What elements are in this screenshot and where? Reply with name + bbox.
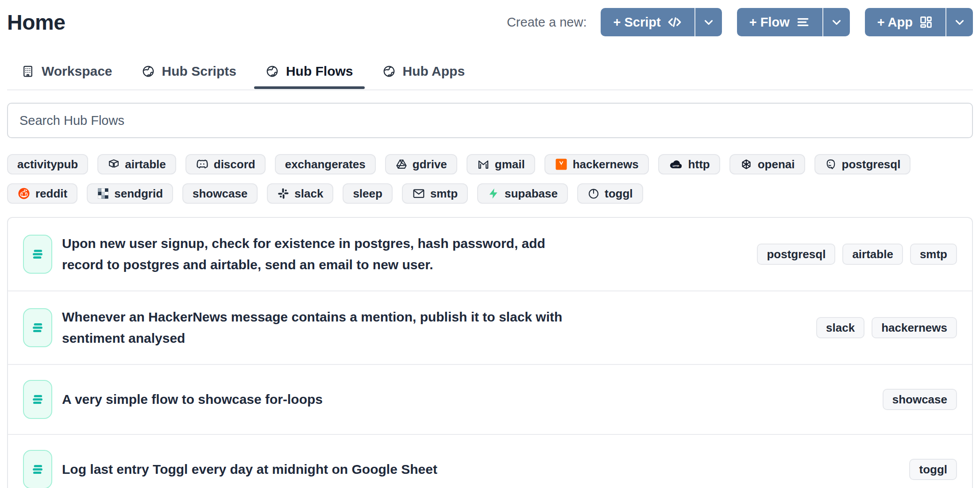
- tab-bar: Workspace Hub Scripts Hub Flows Hub Apps: [7, 64, 973, 90]
- filter-chip-label: http: [688, 158, 710, 171]
- airtable-icon: [108, 158, 120, 170]
- tab-hub-scripts[interactable]: Hub Scripts: [142, 64, 236, 89]
- postgresql-icon: [825, 158, 837, 171]
- chevron-down-icon[interactable]: [694, 8, 722, 36]
- filter-chip-sleep[interactable]: sleep: [343, 183, 393, 204]
- filter-chip-label: showcase: [193, 187, 247, 201]
- flow-tag-badge: toggl: [909, 459, 957, 480]
- create-app-button[interactable]: + App: [865, 8, 973, 36]
- gmail-icon: [477, 158, 490, 171]
- filter-chip-label: openai: [758, 158, 795, 171]
- filter-chip-showcase[interactable]: showcase: [182, 183, 258, 204]
- filter-chip-airtable[interactable]: airtable: [97, 154, 176, 174]
- create-button-label: + Flow: [749, 15, 790, 30]
- filter-chip-label: exchangerates: [285, 158, 366, 171]
- create-button-label: + Script: [613, 15, 660, 30]
- create-new-label: Create a new:: [507, 15, 587, 30]
- flow-list-item[interactable]: Whenever an HackerNews message contains …: [8, 290, 972, 364]
- hub-flows-list: Upon new user signup, check for existenc…: [7, 217, 973, 488]
- tab-label: Hub Apps: [403, 64, 465, 79]
- flow-title: Whenever an HackerNews message contains …: [62, 306, 571, 349]
- filter-chip-activitypub[interactable]: activitypub: [7, 154, 88, 174]
- flow-tags: toggl: [909, 459, 957, 480]
- envelope-icon: [412, 187, 425, 200]
- page-title: Home: [7, 10, 65, 35]
- page-header: Home Create a new: + Script + Flow + App: [7, 7, 973, 37]
- filter-chip-label: gdrive: [413, 158, 447, 171]
- filter-chip-label: smtp: [430, 187, 458, 201]
- filter-chip-label: postgresql: [842, 158, 901, 171]
- filter-chip-label: discord: [214, 158, 255, 171]
- filter-chip-discord[interactable]: discord: [185, 154, 266, 174]
- flow-tags: postgresqlairtablesmtp: [757, 244, 957, 265]
- filter-chip-label: airtable: [125, 158, 166, 171]
- search-input[interactable]: [7, 103, 973, 138]
- flow-icon: [23, 380, 52, 419]
- filter-chip-slack[interactable]: slack: [267, 183, 333, 204]
- sendgrid-icon: [97, 187, 109, 200]
- flow-tag-badge: slack: [816, 317, 864, 338]
- discord-icon: [196, 158, 209, 171]
- filter-chip-label: sleep: [353, 187, 382, 201]
- filter-chip-smtp[interactable]: smtp: [402, 183, 468, 204]
- tab-workspace[interactable]: Workspace: [21, 64, 112, 89]
- filter-chip-reddit[interactable]: reddit: [7, 183, 77, 204]
- create-flow-button[interactable]: + Flow: [737, 8, 850, 36]
- gdrive-icon: [395, 158, 408, 170]
- flow-title: Upon new user signup, check for existenc…: [62, 233, 571, 275]
- flow-tag-badge: smtp: [910, 244, 957, 265]
- svg-text:HTTP: HTTP: [672, 165, 679, 167]
- filter-chip-exchangerates[interactable]: exchangerates: [275, 154, 376, 174]
- home-page: Home Create a new: + Script + Flow + App: [0, 0, 980, 488]
- flow-tags: slackhackernews: [816, 317, 957, 338]
- create-new-group: Create a new: + Script + Flow + App: [507, 8, 973, 36]
- tab-label: Workspace: [42, 64, 112, 79]
- code-icon: [667, 15, 682, 30]
- chevron-down-icon[interactable]: [822, 8, 850, 36]
- filter-chip-hackernews[interactable]: hackernews: [544, 154, 649, 174]
- bars-icon: [796, 15, 810, 29]
- filter-chip-toggl[interactable]: toggl: [577, 183, 643, 204]
- globe-icon: [382, 65, 396, 78]
- filter-chip-label: activitypub: [17, 158, 78, 171]
- globe-icon: [142, 65, 155, 78]
- chevron-down-icon[interactable]: [945, 8, 973, 36]
- filter-chip-label: reddit: [35, 187, 67, 201]
- tab-label: Hub Scripts: [162, 64, 236, 79]
- filter-chip-label: gmail: [495, 158, 525, 171]
- flow-tag-badge: airtable: [842, 244, 903, 265]
- flow-list-item[interactable]: A very simple flow to showcase for-loops…: [8, 364, 972, 434]
- search-bar: [7, 103, 973, 138]
- flow-icon: [23, 308, 52, 347]
- supabase-icon: [487, 187, 500, 200]
- tab-hub-flows[interactable]: Hub Flows: [266, 64, 353, 89]
- flow-title: A very simple flow to showcase for-loops: [62, 389, 323, 410]
- flow-icon: [23, 450, 52, 488]
- flow-icon: [23, 235, 52, 274]
- hackernews-icon: [555, 158, 568, 171]
- filter-chip-gdrive[interactable]: gdrive: [385, 154, 457, 174]
- filter-chip-supabase[interactable]: supabase: [477, 183, 568, 204]
- tab-hub-apps[interactable]: Hub Apps: [382, 64, 465, 89]
- openai-icon: [740, 158, 753, 171]
- filter-chip-openai[interactable]: openai: [729, 154, 805, 174]
- http-cloud-icon: HTTP: [668, 158, 683, 171]
- flow-tag-badge: postgresql: [757, 244, 835, 265]
- flow-tag-badge: showcase: [883, 389, 957, 410]
- filter-chip-label: toggl: [605, 187, 633, 201]
- flow-tags: showcase: [883, 389, 957, 410]
- filter-chip-label: hackernews: [573, 158, 639, 171]
- flow-list-item[interactable]: Log last entry Toggl every day at midnig…: [8, 434, 972, 488]
- filter-chip-http[interactable]: HTTP http: [658, 154, 720, 174]
- create-button-label: + App: [877, 15, 913, 30]
- filter-chip-list: activitypub airtable discord exchangerat…: [7, 154, 973, 204]
- create-script-button[interactable]: + Script: [601, 8, 721, 36]
- filter-chip-label: supabase: [505, 187, 558, 201]
- filter-chip-sendgrid[interactable]: sendgrid: [87, 183, 173, 204]
- filter-chip-postgresql[interactable]: postgresql: [814, 154, 911, 174]
- filter-chip-gmail[interactable]: gmail: [467, 154, 535, 174]
- tab-label: Hub Flows: [286, 64, 353, 79]
- flow-list-item[interactable]: Upon new user signup, check for existenc…: [8, 218, 972, 290]
- filter-chip-label: sendgrid: [114, 187, 163, 201]
- grid-layout-icon: [919, 15, 933, 29]
